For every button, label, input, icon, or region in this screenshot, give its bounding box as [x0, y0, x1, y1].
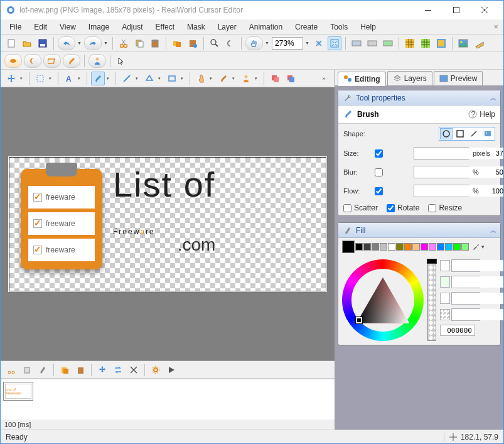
- layers-red-icon[interactable]: [268, 72, 282, 85]
- menu-file[interactable]: File: [3, 21, 28, 33]
- copy-icon[interactable]: [132, 36, 146, 50]
- close-doc-icon[interactable]: ✕: [493, 23, 498, 30]
- help-link[interactable]: ?Help: [468, 110, 495, 119]
- cut-icon[interactable]: [117, 36, 131, 50]
- tab-layers[interactable]: Layers: [387, 71, 432, 85]
- menu-animation[interactable]: Animation: [243, 21, 289, 33]
- menu-effect[interactable]: Effect: [149, 21, 181, 33]
- new-icon[interactable]: [4, 36, 18, 50]
- more-icon[interactable]: »: [317, 72, 331, 85]
- collapse-icon[interactable]: ︽: [490, 226, 496, 235]
- view-1-icon[interactable]: [350, 36, 363, 50]
- collapse-icon[interactable]: ︽: [490, 94, 496, 102]
- zoom-out-icon[interactable]: [312, 36, 326, 50]
- ellipse-tool-icon[interactable]: [4, 54, 22, 68]
- menu-mask[interactable]: Mask: [181, 21, 212, 33]
- layers-blue-icon[interactable]: [284, 72, 298, 85]
- frame-gear-icon[interactable]: [149, 363, 163, 377]
- menu-adjust[interactable]: Adjust: [115, 21, 149, 33]
- tab-preview[interactable]: Preview: [434, 71, 483, 85]
- size-input[interactable]: ▲▼: [414, 147, 469, 160]
- minimize-button[interactable]: [414, 1, 442, 19]
- person-tool-icon[interactable]: [88, 54, 106, 68]
- zoom-fit-icon[interactable]: [328, 36, 341, 50]
- color-picker-cursor[interactable]: [356, 317, 362, 323]
- move-tool-icon[interactable]: [4, 72, 18, 85]
- frame-swap-icon[interactable]: [111, 363, 125, 377]
- shape-tool-icon[interactable]: [43, 54, 61, 68]
- brush-draw-icon[interactable]: [91, 72, 105, 85]
- canvas-area[interactable]: freeware freeware freeware List of Freew…: [1, 87, 335, 360]
- tab-editing[interactable]: Editing: [338, 72, 386, 86]
- blur-input[interactable]: ▲▼: [414, 166, 469, 178]
- blur-check[interactable]: [375, 168, 383, 176]
- menu-help[interactable]: Help: [354, 21, 382, 33]
- menu-layer[interactable]: Layer: [212, 21, 243, 33]
- resize-check[interactable]: Resize: [428, 203, 462, 212]
- maximize-button[interactable]: [442, 1, 470, 19]
- frame-play-icon[interactable]: [164, 363, 178, 377]
- clone-tool-icon[interactable]: [239, 72, 253, 85]
- frame-dup-icon[interactable]: [58, 363, 72, 377]
- line-tool-icon[interactable]: [120, 72, 134, 85]
- picture-icon[interactable]: [456, 36, 470, 50]
- paste-new-icon[interactable]: [186, 36, 200, 50]
- redo-icon[interactable]: [84, 36, 102, 50]
- rotate-check[interactable]: Rotate: [387, 203, 419, 212]
- save-icon[interactable]: [36, 36, 50, 50]
- frame-paste-icon[interactable]: [36, 363, 50, 377]
- alpha-slider[interactable]: [427, 259, 436, 341]
- val-0[interactable]: ▲▼: [451, 259, 480, 272]
- grid-1-icon[interactable]: [403, 36, 417, 50]
- open-icon[interactable]: [20, 36, 34, 50]
- frame-copy-icon[interactable]: [20, 363, 34, 377]
- svg-rect-10: [138, 41, 143, 47]
- finger-tool-icon[interactable]: [194, 72, 208, 85]
- select-tool-icon[interactable]: [33, 72, 47, 85]
- menu-create[interactable]: Create: [289, 21, 324, 33]
- frame-cut-icon[interactable]: [4, 363, 18, 377]
- view-3-icon[interactable]: [381, 36, 395, 50]
- copy-merged-icon[interactable]: [170, 36, 184, 50]
- magnify-icon[interactable]: [208, 36, 222, 50]
- script-icon[interactable]: [223, 36, 237, 50]
- scatter-check[interactable]: Scatter: [343, 203, 378, 212]
- svg-rect-20: [368, 41, 377, 46]
- menu-edit[interactable]: Edit: [28, 21, 53, 33]
- flow-input[interactable]: ▲▼: [414, 185, 469, 197]
- frame-move-icon[interactable]: [95, 363, 109, 377]
- size-check[interactable]: [375, 149, 383, 158]
- val-3[interactable]: ▲▼: [451, 308, 480, 321]
- frame-new-icon[interactable]: [73, 363, 87, 377]
- color-wheel[interactable]: [342, 259, 424, 341]
- val-2[interactable]: ▲▼: [451, 292, 480, 305]
- poly-tool-icon[interactable]: [142, 72, 156, 85]
- svg-rect-21: [383, 41, 392, 46]
- eyedropper-icon[interactable]: [472, 243, 480, 251]
- undo-icon[interactable]: [58, 36, 75, 50]
- view-2-icon[interactable]: [365, 36, 379, 50]
- ruler-icon[interactable]: [472, 36, 486, 50]
- shape-selector[interactable]: [439, 127, 495, 141]
- grid-3-icon[interactable]: [434, 36, 448, 50]
- grid-2-icon[interactable]: [419, 36, 432, 50]
- moon-tool-icon[interactable]: [24, 54, 41, 68]
- frame-del-icon[interactable]: [127, 363, 141, 377]
- current-color[interactable]: [342, 241, 355, 253]
- menu-view[interactable]: View: [53, 21, 82, 33]
- rect-tool-icon[interactable]: [165, 72, 179, 85]
- hand-icon[interactable]: [245, 36, 263, 50]
- menu-image[interactable]: Image: [82, 21, 115, 33]
- val-1[interactable]: ▲▼: [451, 276, 480, 288]
- frame-thumb[interactable]: List of Freeware: [3, 382, 33, 401]
- menu-tools[interactable]: Tools: [324, 21, 354, 33]
- zoom-input[interactable]: 273%: [272, 37, 303, 50]
- hex-input[interactable]: [440, 325, 475, 336]
- brush-tool-icon[interactable]: [63, 54, 80, 68]
- close-button[interactable]: [470, 1, 498, 19]
- smudge-tool-icon[interactable]: [217, 72, 230, 85]
- flow-check[interactable]: [375, 187, 383, 195]
- text-tool-icon[interactable]: A: [62, 72, 76, 85]
- cursor-tool-icon[interactable]: [114, 54, 128, 68]
- paste-icon[interactable]: [148, 36, 162, 50]
